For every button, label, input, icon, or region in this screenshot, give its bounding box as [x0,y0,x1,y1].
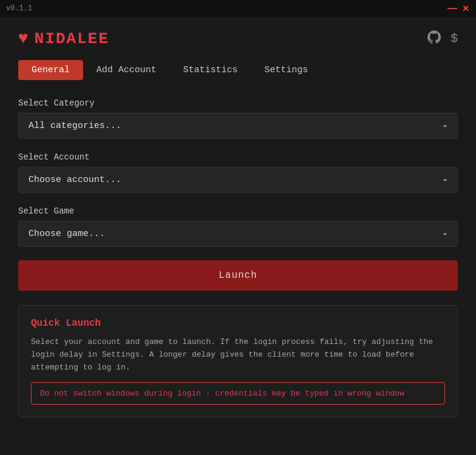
account-label: Select Account [18,152,458,162]
quick-launch-box: Quick Launch Select your account and gam… [18,305,458,417]
app-container: ♥ NIDALEE $ General Add Account Statisti… [0,17,476,430]
header: ♥ NIDALEE $ [18,29,458,48]
launch-button[interactable]: Launch [18,260,458,291]
quick-launch-description: Select your account and game to launch. … [31,336,445,374]
category-section: Select Category All categories... [18,98,458,139]
nav-tabs: General Add Account Statistics Settings [18,60,458,80]
category-select[interactable]: All categories... [18,113,458,139]
close-button[interactable]: ✕ [461,4,470,13]
dollar-icon[interactable]: $ [451,32,458,46]
quick-launch-warning: Do not switch windows during login - cre… [31,382,445,405]
heart-icon: ♥ [18,29,28,48]
quick-launch-title: Quick Launch [31,318,445,329]
github-icon[interactable] [427,30,441,47]
account-select[interactable]: Choose account... [18,167,458,193]
tab-statistics[interactable]: Statistics [170,60,251,80]
tab-settings[interactable]: Settings [251,60,321,80]
logo-text: NIDALEE [35,30,109,48]
game-select[interactable]: Choose game... [18,221,458,247]
window-controls: — ✕ [448,4,470,13]
tab-general[interactable]: General [18,60,83,80]
game-label: Select Game [18,206,458,216]
title-bar: v0.1.1 — ✕ [0,0,476,17]
version-label: v0.1.1 [6,4,32,13]
category-label: Select Category [18,98,458,108]
account-section: Select Account Choose account... [18,152,458,193]
logo: ♥ NIDALEE [18,29,109,48]
minimize-button[interactable]: — [448,4,457,13]
header-icons: $ [427,30,458,47]
game-section: Select Game Choose game... [18,206,458,247]
tab-add-account[interactable]: Add Account [83,60,170,80]
